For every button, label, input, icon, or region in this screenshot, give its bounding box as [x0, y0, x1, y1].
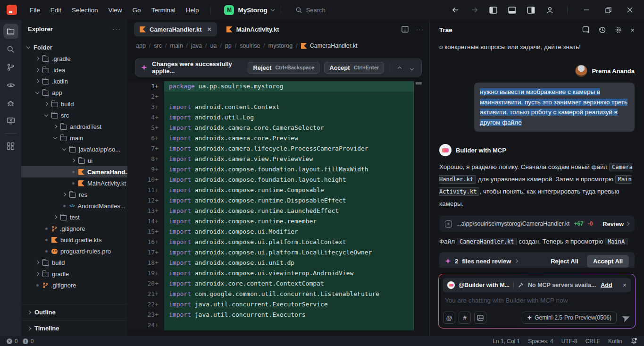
breadcrumb-item-ua[interactable]: ua	[210, 42, 217, 49]
accept-button[interactable]: Accept Ctrl+Enter	[324, 62, 384, 74]
terminal-panel-icon[interactable]	[3, 113, 18, 128]
code-line[interactable]: 1+package ua.pp.soulrise.mystorog	[127, 81, 429, 92]
status-crlf[interactable]: CRLF	[585, 338, 600, 345]
tree-item-idea[interactable]: .idea	[21, 64, 127, 76]
status-utf-8[interactable]: UTF-8	[561, 338, 577, 345]
code-line[interactable]: 18+import androidx.compose.ui.unit.dp	[127, 258, 429, 268]
editor-more-icon[interactable]: ···	[416, 26, 424, 33]
tree-item-gitignore[interactable]: .gitignore	[21, 279, 127, 291]
history-icon[interactable]	[598, 26, 606, 34]
breadcrumb-item-main[interactable]: main	[170, 42, 183, 49]
tab-camerahandler-kt[interactable]: CameraHandler.kt×	[134, 22, 217, 36]
tree-item-androidmanifes[interactable]: </>AndroidManifes...	[21, 200, 127, 211]
chat-messages[interactable]: о конкретные вопросы или задачи, дайте з…	[430, 40, 644, 268]
timeline-section[interactable]: Timeline	[21, 320, 127, 336]
code-line[interactable]: 8+import androidx.camera.view.PreviewVie…	[127, 154, 429, 164]
tree-item-src[interactable]: src	[21, 110, 127, 121]
account-icon[interactable]	[542, 3, 558, 17]
tree-item-gradle[interactable]: gradle	[21, 268, 127, 279]
expand-plus-icon[interactable]: +	[445, 220, 452, 228]
menu-view[interactable]: View	[103, 7, 127, 14]
source-control-icon[interactable]	[3, 59, 18, 75]
code-line[interactable]: 2+	[127, 92, 429, 102]
tree-item-java-ua-pp-so[interactable]: java\ua\pp\so...	[21, 143, 127, 155]
menu-help[interactable]: Help	[181, 7, 204, 14]
code-line[interactable]: 21+import com.google.common.util.concurr…	[127, 289, 429, 299]
code-line[interactable]: 19+import androidx.compose.ui.viewintero…	[127, 268, 429, 278]
tree-item-proguard-rules-pro[interactable]: proguard-rules.pro	[21, 245, 127, 257]
tree-item-ui[interactable]: ui	[21, 155, 127, 166]
breadcrumb-item-app[interactable]: app	[136, 42, 146, 49]
add-mcp-link[interactable]: Add	[601, 282, 612, 288]
tree-item-folder[interactable]: Folder	[21, 42, 127, 53]
attach-image-button[interactable]	[474, 312, 486, 324]
editor-scrollbar[interactable]	[416, 82, 422, 84]
context-tag-button[interactable]: #	[459, 312, 471, 324]
notifications-bell-icon[interactable]	[630, 338, 637, 345]
global-search[interactable]	[295, 7, 363, 14]
window-minimize-button[interactable]	[577, 3, 596, 17]
tab-mainactivity-kt[interactable]: MainActivity.kt	[221, 22, 285, 36]
reject-all-button[interactable]: Reject All	[546, 258, 583, 265]
review-link[interactable]: Review	[602, 220, 629, 228]
breadcrumb-item-mystorog[interactable]: mystorog	[268, 42, 293, 49]
next-change-button[interactable]	[408, 64, 416, 71]
code-line[interactable]: 23+import java.util.concurrent.Executors	[127, 310, 429, 320]
trae-logo-icon[interactable]	[7, 5, 17, 15]
code-line[interactable]: 20+import androidx.core.content.ContextC…	[127, 278, 429, 289]
explorer-icon[interactable]	[3, 24, 18, 39]
toggle-right-panel-icon[interactable]	[523, 3, 539, 17]
breadcrumb[interactable]: app/src/main/java/ua/pp/soulrise/mystoro…	[127, 39, 429, 53]
search-panel-icon[interactable]	[3, 42, 18, 57]
prev-change-button[interactable]	[396, 64, 403, 71]
tree-item-main[interactable]: main	[21, 132, 127, 143]
menu-file[interactable]: File	[25, 7, 45, 14]
tree-item-build[interactable]: build	[21, 98, 127, 110]
code-line[interactable]: 5+import androidx.camera.core.CameraSele…	[127, 123, 429, 133]
dismiss-context-icon[interactable]: ×	[623, 281, 627, 289]
breadcrumb-file[interactable]: CameraHandler.kt	[301, 42, 358, 49]
explorer-more-icon[interactable]: ···	[112, 25, 121, 33]
toggle-left-panel-icon[interactable]	[485, 3, 501, 17]
menu-terminal[interactable]: Terminal	[146, 7, 181, 14]
model-selector[interactable]: Gemini-2.5-Pro-Preview(0506)	[522, 312, 617, 324]
tree-item-res[interactable]: res	[21, 189, 127, 200]
code-line[interactable]: 9+import androidx.compose.foundation.lay…	[127, 164, 429, 175]
code-line[interactable]: 14+import androidx.compose.runtime.remem…	[127, 216, 429, 227]
close-tab-icon[interactable]: ×	[208, 25, 211, 33]
debug-icon[interactable]	[3, 95, 18, 110]
agent-chip[interactable]: @Builder with M...	[459, 282, 510, 288]
accept-all-button[interactable]: Accept All	[587, 255, 629, 268]
tree-item-mainactivity-kt[interactable]: MainActivity.kt	[21, 177, 127, 189]
status-spaces-4[interactable]: Spaces: 4	[528, 338, 553, 345]
code-line[interactable]: 4+import android.util.Log	[127, 112, 429, 123]
preview-eye-icon[interactable]	[3, 77, 18, 93]
settings-gear-icon[interactable]	[614, 26, 622, 34]
breadcrumb-item-pp[interactable]: pp	[225, 42, 232, 49]
breadcrumb-item-soulrise[interactable]: soulrise	[240, 42, 260, 49]
toggle-bottom-panel-icon[interactable]	[504, 3, 520, 17]
extensions-grid-icon[interactable]	[3, 138, 18, 153]
code-line[interactable]: 7+import androidx.camera.lifecycle.Proce…	[127, 143, 429, 154]
changed-file-card[interactable]: + ...a\pp\soulrise\mystorog\CameraHandle…	[439, 216, 635, 232]
code-line[interactable]: 22+import java.util.concurrent.ExecutorS…	[127, 299, 429, 310]
tree-item-app[interactable]: app	[21, 87, 127, 98]
split-editor-icon[interactable]	[401, 26, 409, 33]
new-chat-icon[interactable]	[582, 26, 590, 34]
code-line[interactable]: 17+import androidx.compose.ui.platform.L…	[127, 247, 429, 258]
tree-item-gradle[interactable]: .gradle	[21, 53, 127, 64]
chat-input-placeholder[interactable]: You are chatting with Builder with MCP n…	[443, 292, 631, 312]
tree-item-camerahand[interactable]: CameraHand...	[21, 166, 127, 177]
code-line[interactable]: 11+import androidx.compose.runtime.Compo…	[127, 185, 429, 195]
nav-forward-button[interactable]	[466, 3, 482, 17]
tree-item-androidtest[interactable]: androidTest	[21, 121, 127, 132]
menu-go[interactable]: Go	[127, 7, 146, 14]
problems-indicator[interactable]: × 0 ! 0	[7, 338, 33, 345]
breadcrumb-item-src[interactable]: src	[154, 42, 162, 49]
status-kotlin[interactable]: Kotlin	[608, 338, 622, 345]
search-input[interactable]	[306, 7, 363, 14]
code-line[interactable]: 24+	[127, 320, 429, 330]
close-panel-icon[interactable]: ×	[630, 26, 635, 34]
code-line[interactable]: 13+import androidx.compose.runtime.Launc…	[127, 206, 429, 216]
code-line[interactable]: 16+import androidx.compose.ui.platform.L…	[127, 237, 429, 247]
